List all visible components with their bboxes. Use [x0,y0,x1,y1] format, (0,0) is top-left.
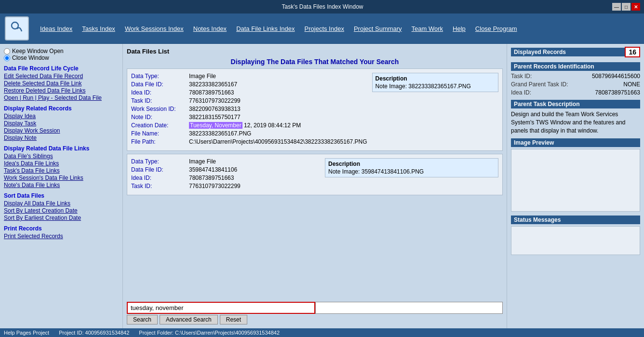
status-messages-box [511,226,640,255]
search-button[interactable]: Search [127,315,158,324]
link-restore-deleted[interactable]: Restore Deleted Data File Links [4,87,119,94]
menu-work-sessions-index[interactable]: Work Sessions Index [121,24,188,33]
task-id-field-row: Task ID: 508796944615600 [511,73,640,80]
link-edit-record[interactable]: Edit Selected Data File Record [4,73,119,80]
creation-date-label: Creation Date: [131,122,189,129]
link-display-idea[interactable]: Display Idea [4,113,119,120]
date-highlight: Tuesday, November [189,122,242,129]
description-box: Description Note Image: 382233382365167.… [372,73,498,92]
data-type-row: Data Type: Image File [131,158,320,165]
note-id-value: 3822183155750177 [189,114,241,121]
note-id-row: Note ID: 3822183155750177 [131,114,367,121]
link-siblings[interactable]: Data File's Siblings [4,153,119,160]
section-print: Print Records [4,225,119,232]
data-type-value: Image File [189,73,216,80]
data-file-id-label: Data File ID: [131,81,189,88]
task-id-label: Task ID: [131,97,189,104]
data-file-id-value: 382233382365167 [189,81,237,88]
link-display-task[interactable]: Display Task [4,120,119,127]
table-row: Data Type: Image File Data File ID: 3598… [127,154,503,195]
parent-records-header: Parent Records Identification [511,62,640,71]
idea-id-label: Idea ID: [511,89,531,96]
displayed-records-count: 16 [625,47,640,57]
image-preview-box [511,149,640,212]
link-print-selected[interactable]: Print Selected Records [4,233,119,240]
desc-title: Description [328,161,495,167]
link-display-all[interactable]: Display All Data File Links [4,200,119,207]
task-id-value: 7763107973022299 [189,97,241,104]
status-project: Help Pages Project [4,330,49,336]
work-session-id-value: 3822090763938313 [189,106,241,112]
menu-ideas-index[interactable]: Ideas Index [36,24,76,33]
search-input-extended[interactable] [315,302,503,314]
link-work-session-data-file-links[interactable]: Work Session's Data File Links [4,175,119,181]
record-fields: Data Type: Image File Data File ID: 3598… [131,158,320,191]
menu-tasks-index[interactable]: Tasks Index [78,24,119,33]
link-sort-latest[interactable]: Sort By Latest Creation Date [4,207,119,214]
file-name-row: File Name: 382233382365167.PNG [131,130,367,137]
close-button[interactable]: ✕ [631,3,640,11]
idea-id-value: 78087389751663 [595,89,640,96]
link-sort-earliest[interactable]: Sort By Earliest Creation Date [4,215,119,221]
status-project-id: Project ID: 400956931534842 [59,330,129,336]
creation-date-value: Tuesday, November 12, 2019 08:44:12 PM [189,122,301,129]
idea-id-value: 78087389751663 [189,175,234,181]
link-idea-data-file-links[interactable]: Idea's Data File Links [4,160,119,167]
maximize-button[interactable]: □ [622,3,631,11]
menu-projects-index[interactable]: Projects Index [301,24,348,33]
app-logo [5,16,29,40]
window-title: Task's Data Files Index Window [33,3,612,10]
menu-data-file-links-index[interactable]: Data File Links Index [232,24,298,33]
work-session-id-row: Work Session ID: 3822090763938313 [131,106,367,112]
task-id-row: Task ID: 7763107973022299 [131,97,367,104]
panel-title: Data Files List [127,48,503,55]
file-name-label: File Name: [131,130,189,137]
search-input[interactable] [127,302,315,314]
link-display-work-session[interactable]: Display Work Session [4,127,119,134]
idea-id-row: Idea ID: 78087389751663 [131,89,367,96]
minimize-button[interactable]: — [612,3,621,11]
menu-close-program[interactable]: Close Program [471,24,521,33]
note-id-label: Note ID: [131,114,189,121]
parent-task-desc-header: Parent Task Description [511,100,640,108]
link-open-run-play[interactable]: Open | Run | Play - Selected Data File [4,94,119,101]
parent-task-desc-text: Design and build the Team Work Services … [511,110,640,135]
link-display-note[interactable]: Display Note [4,135,119,141]
status-project-folder: Project Folder: C:\Users\Darren\Projects… [139,330,280,336]
keep-window-open-radio[interactable]: Keep Window Open [4,48,119,54]
menu-items: Ideas Index Tasks Index Work Sessions In… [36,24,521,33]
close-window-radio[interactable]: Close Window [4,54,119,61]
records-scroll-area[interactable]: Data Type: Image File Data File ID: 3822… [127,68,503,299]
idea-id-label: Idea ID: [131,175,189,181]
file-name-value: 382233382365167.PNG [189,130,251,137]
link-note-data-file-links[interactable]: Note's Data File Links [4,182,119,189]
table-row: Data Type: Image File Data File ID: 3822… [127,68,503,151]
display-subtitle: Displaying The Data Files That Matched Y… [127,58,503,66]
advanced-search-button[interactable]: Advanced Search [160,315,218,324]
record-description: Description Note Image: 382233382365167.… [372,73,498,147]
data-type-value: Image File [189,158,216,165]
link-task-data-file-links[interactable]: Task's Data File Links [4,167,119,174]
image-preview-header: Image Preview [511,138,640,147]
task-id-label: Task ID: [131,183,189,189]
section-related-data-file-links: Display Related Data File Links [4,145,119,152]
grand-parent-field-row: Grand Parent Task ID: NONE [511,81,640,88]
menu-notes-index[interactable]: Notes Index [189,24,230,33]
menu-project-summary[interactable]: Project Summary [350,24,406,33]
data-file-id-value: 359847413841106 [189,166,237,173]
menu-team-work[interactable]: Team Work [408,24,447,33]
file-path-row: File Path: C:\Users\Darren\Projects\4009… [131,138,367,145]
main-content: Data Files List Displaying The Data File… [123,44,507,328]
task-id-value: 508796944615600 [592,73,640,80]
reset-button[interactable]: Reset [220,315,247,324]
menu-help[interactable]: Help [449,24,470,33]
link-delete-record[interactable]: Delete Selected Data File Link [4,80,119,87]
idea-id-value: 78087389751663 [189,89,234,96]
grand-parent-label: Grand Parent Task ID: [511,81,568,88]
data-type-label: Data Type: [131,158,189,165]
idea-id-field-row: Idea ID: 78087389751663 [511,89,640,96]
data-type-row: Data Type: Image File [131,73,367,80]
section-life-cycle: Data File Record Life Cycle [4,65,119,72]
search-input-row [127,302,503,314]
window-mode-group: Keep Window Open Close Window [4,48,119,61]
